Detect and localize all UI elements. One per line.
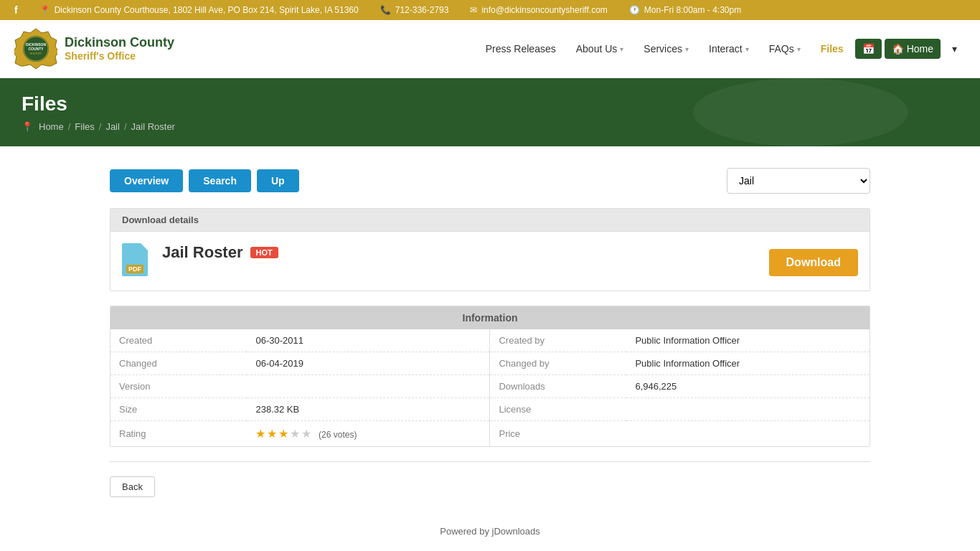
- label-price: Price: [490, 421, 626, 447]
- page-title: Files: [22, 93, 958, 116]
- org-name-bottom: Sheriff's Office: [65, 50, 174, 62]
- file-info: Jail Roster HOT: [162, 243, 758, 262]
- nav-press-releases[interactable]: Press Releases: [477, 37, 565, 60]
- val-downloads: 6,946,225: [626, 375, 870, 398]
- back-button[interactable]: Back: [110, 476, 155, 497]
- val-rating: ★ ★ ★ ★ ★ (26 votes): [247, 421, 490, 447]
- star-1: ★: [255, 427, 265, 441]
- home-icon: 🏠: [892, 43, 904, 55]
- nav-calendar[interactable]: 📅: [855, 39, 882, 59]
- val-changed-by: Public Information Officer: [626, 352, 870, 375]
- file-title: Jail Roster HOT: [162, 243, 758, 262]
- divider: [110, 461, 870, 462]
- toolbar: Overview Search Up Jail: [110, 168, 870, 194]
- star-rating: ★ ★ ★ ★ ★: [255, 427, 311, 441]
- download-button[interactable]: Download: [769, 249, 858, 276]
- search-button[interactable]: Search: [189, 169, 251, 192]
- site-header: DICKINSON COUNTY SHERIFF Dickinson Count…: [0, 20, 980, 78]
- page-banner: Files 📍 Home / Files / Jail / Jail Roste…: [0, 78, 980, 146]
- overview-button[interactable]: Overview: [110, 169, 183, 192]
- email-text: info@dickinsoncountysheriff.com: [481, 5, 607, 15]
- address-item: 📍 Dickinson County Courthouse, 1802 Hill…: [39, 5, 359, 15]
- val-created-by: Public Information Officer: [626, 329, 870, 352]
- top-bar: f 📍 Dickinson County Courthouse, 1802 Hi…: [0, 0, 980, 20]
- nav-more[interactable]: ▾: [943, 37, 966, 60]
- download-card-body: PDF Jail Roster HOT Download: [110, 232, 870, 291]
- table-row: Size 238.32 KB License: [110, 398, 870, 421]
- val-size: 238.32 KB: [247, 398, 490, 421]
- nav-files[interactable]: Files: [812, 37, 852, 60]
- nav-faqs[interactable]: FAQs ▾: [760, 37, 809, 60]
- label-version: Version: [110, 375, 247, 398]
- footer-text: Powered by jDownloads: [440, 526, 540, 537]
- label-downloads: Downloads: [490, 375, 626, 398]
- label-created-by: Created by: [490, 329, 626, 352]
- star-5: ★: [301, 427, 311, 441]
- hours-item: 🕐 Mon-Fri 8:00am - 4:30pm: [629, 5, 741, 15]
- breadcrumb-home[interactable]: Home: [39, 121, 64, 132]
- facebook-icon: f: [14, 4, 18, 16]
- label-size: Size: [110, 398, 247, 421]
- services-chevron: ▾: [685, 45, 689, 53]
- svg-text:COUNTY: COUNTY: [28, 47, 44, 51]
- label-created: Created: [110, 329, 247, 352]
- table-row: Rating ★ ★ ★ ★ ★ (26 votes) Price: [110, 421, 870, 447]
- info-table: Created 06-30-2011 Created by Public Inf…: [110, 329, 870, 446]
- about-us-chevron: ▾: [620, 45, 623, 53]
- calendar-icon: 📅: [862, 43, 875, 55]
- hot-badge: HOT: [250, 247, 278, 258]
- phone-text: 712-336-2793: [395, 5, 449, 15]
- breadcrumb: 📍 Home / Files / Jail / Jail Roster: [22, 121, 958, 132]
- more-chevron-icon: ▾: [952, 43, 957, 55]
- nav-services[interactable]: Services ▾: [635, 37, 697, 60]
- val-changed: 06-04-2019: [247, 352, 490, 375]
- facebook-link[interactable]: f: [14, 4, 18, 16]
- nav-about-us[interactable]: About Us ▾: [567, 37, 633, 60]
- phone-icon: 📞: [380, 5, 391, 15]
- star-3: ★: [278, 427, 288, 441]
- info-table-wrap: Information Created 06-30-2011 Created b…: [110, 306, 870, 447]
- label-changed-by: Changed by: [490, 352, 626, 375]
- email-item[interactable]: ✉ info@dickinsoncountysheriff.com: [470, 5, 607, 15]
- info-table-header: Information: [110, 306, 870, 329]
- star-4: ★: [290, 427, 300, 441]
- val-price: [626, 421, 870, 447]
- star-2: ★: [267, 427, 277, 441]
- up-button[interactable]: Up: [257, 169, 299, 192]
- breadcrumb-jail[interactable]: Jail: [105, 121, 120, 132]
- logo-text: Dickinson County Sheriff's Office: [65, 35, 174, 62]
- val-created: 06-30-2011: [247, 329, 490, 352]
- download-card-header: Download details: [110, 209, 870, 232]
- org-name-top: Dickinson County: [65, 35, 174, 51]
- pin-icon: 📍: [22, 121, 33, 132]
- val-version: [247, 375, 490, 398]
- faqs-chevron: ▾: [797, 45, 801, 53]
- download-card: Download details PDF Jail Roster HOT Dow…: [110, 208, 870, 291]
- breadcrumb-files[interactable]: Files: [75, 121, 94, 132]
- logo[interactable]: DICKINSON COUNTY SHERIFF Dickinson Count…: [14, 27, 174, 70]
- category-dropdown[interactable]: Jail: [727, 168, 870, 194]
- val-license: [626, 398, 870, 421]
- footer: Powered by jDownloads: [110, 512, 870, 551]
- svg-text:SHERIFF: SHERIFF: [29, 52, 42, 55]
- vote-count: (26 votes): [319, 430, 357, 440]
- nav-home[interactable]: 🏠 Home: [885, 39, 941, 59]
- email-icon: ✉: [470, 5, 477, 15]
- breadcrumb-current: Jail Roster: [131, 121, 175, 132]
- label-rating: Rating: [110, 421, 247, 447]
- badge-icon: DICKINSON COUNTY SHERIFF: [14, 27, 57, 70]
- hours-text: Mon-Fri 8:00am - 4:30pm: [644, 5, 741, 15]
- address-text: Dickinson County Courthouse, 1802 Hill A…: [55, 5, 359, 15]
- main-nav: Press Releases About Us ▾ Services ▾ Int…: [477, 37, 966, 60]
- main-content: Overview Search Up Jail Download details…: [95, 168, 885, 551]
- label-changed: Changed: [110, 352, 247, 375]
- pdf-icon: PDF: [122, 243, 151, 279]
- clock-icon: 🕐: [629, 5, 640, 15]
- label-license: License: [490, 398, 626, 421]
- table-row: Created 06-30-2011 Created by Public Inf…: [110, 329, 870, 352]
- phone-item: 📞 712-336-2793: [380, 5, 449, 15]
- location-icon: 📍: [39, 5, 50, 15]
- table-row: Changed 06-04-2019 Changed by Public Inf…: [110, 352, 870, 375]
- nav-interact[interactable]: Interact ▾: [700, 37, 758, 60]
- interact-chevron: ▾: [745, 45, 749, 53]
